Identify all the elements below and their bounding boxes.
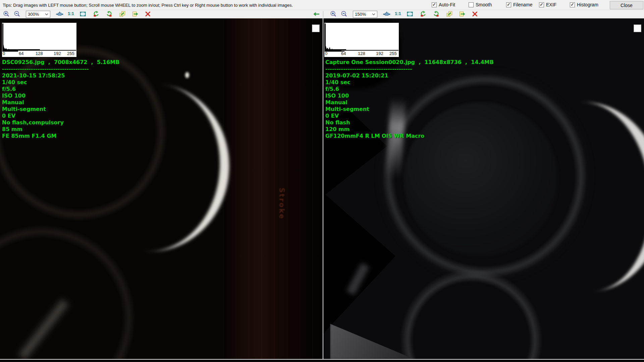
histogram-tick: 255 — [67, 51, 74, 56]
remove-image-button-left[interactable] — [144, 10, 152, 18]
histogram-axis: 0 64 128 192 255 — [2, 52, 76, 57]
zoom-out-icon — [13, 10, 21, 18]
pan-fit-width-icon — [383, 10, 390, 18]
move-image-button-right[interactable] — [458, 10, 467, 18]
checkbox-label: Auto-Fit — [439, 2, 455, 7]
checkbox-box: ✓ — [570, 2, 575, 7]
histogram-tick: 128 — [36, 51, 43, 56]
histogram-left: 0 64 128 192 255 — [2, 22, 77, 57]
checkbox-box: ✓ — [432, 2, 437, 7]
histogram-right: 0 64 128 192 255 — [324, 22, 399, 57]
exif-line: 85 mm — [2, 126, 119, 133]
pan-fit-width-icon — [56, 10, 63, 18]
right-image-pane[interactable]: 0 64 128 192 255 Capture One Session0020… — [323, 18, 644, 359]
previous-image-button[interactable] — [312, 10, 321, 18]
fit-window-button-left[interactable] — [78, 10, 87, 18]
zoom-level-value: 150% — [355, 12, 372, 17]
fit-window-icon — [79, 10, 87, 18]
fit-window-button-right[interactable] — [406, 10, 414, 18]
pan-fit-width-button-right[interactable] — [382, 10, 391, 18]
rotate-right-button-right[interactable] — [432, 10, 440, 18]
photo-book-spine-lines — [223, 18, 323, 359]
checkbox-box: ✓ — [539, 2, 544, 7]
exif-line: f/5.6 — [2, 86, 119, 93]
exif-overlay-right: Capture One Session0020.jpg , 11648x8736… — [325, 59, 494, 139]
histogram-tick: 0 — [3, 51, 5, 56]
remove-image-icon — [471, 10, 479, 18]
photo-spine-text: Stroke — [278, 188, 286, 220]
exif-overlay-left: DSC09256.jpg , 7008x4672 , 5.16MB ------… — [2, 59, 119, 139]
tips-text: Tips: Drag images with LEFT mouse button… — [3, 3, 293, 8]
checkbox-histogram[interactable]: ✓ Histogram — [570, 2, 598, 7]
histogram-tick: 64 — [341, 51, 346, 56]
checkbox-smooth[interactable]: Smooth — [469, 2, 492, 7]
exif-line: 1/40 sec — [325, 79, 494, 86]
checkbox-box — [469, 2, 474, 7]
rotate-right-icon — [105, 10, 113, 18]
close-button[interactable]: Close — [610, 1, 643, 9]
rotate-left-icon — [420, 10, 427, 18]
image-info-header: DSC09256.jpg , 7008x4672 , 5.16MB — [2, 59, 119, 66]
move-image-icon — [131, 10, 139, 18]
check-icon: ✓ — [540, 2, 543, 7]
copy-image-icon — [446, 10, 453, 18]
zoom-out-button-right[interactable] — [340, 10, 348, 18]
left-image-pane[interactable]: Stroke 0 64 128 192 255 DSC09256.jpg , 7… — [0, 18, 323, 359]
toolbar-row: 300% 1:1 — [0, 10, 644, 18]
exif-line: 0 EV — [2, 113, 119, 119]
exif-line: ISO 100 — [2, 93, 119, 99]
actual-size-button-right[interactable]: 1:1 — [395, 11, 401, 16]
checkbox-label: Smooth — [476, 2, 492, 7]
check-icon: ✓ — [507, 2, 511, 7]
copy-image-button-left[interactable] — [118, 10, 127, 18]
zoom-level-select-right[interactable]: 150% — [353, 11, 377, 18]
zoom-out-icon — [340, 10, 348, 18]
exif-line: FE 85mm F1.4 GM — [2, 133, 119, 139]
exif-line: No flash,compulsory — [2, 119, 119, 126]
histogram-axis: 0 64 128 192 255 — [324, 52, 399, 57]
zoom-level-select-left[interactable]: 300% — [26, 11, 50, 18]
rotate-left-button-left[interactable] — [92, 10, 101, 18]
white-sample-square — [312, 24, 320, 32]
rotate-right-icon — [432, 10, 440, 18]
checkbox-auto-fit[interactable]: ✓ Auto-Fit — [432, 2, 455, 7]
pane-divider — [323, 18, 323, 359]
pan-fit-width-button-left[interactable] — [55, 10, 64, 18]
exif-line: ISO 100 — [325, 93, 494, 99]
checkbox-box: ✓ — [506, 2, 511, 7]
exif-line: 0 EV — [325, 113, 494, 119]
remove-image-button-right[interactable] — [471, 10, 479, 18]
rotate-right-button-left[interactable] — [105, 10, 113, 18]
window-bottom-border — [0, 359, 644, 360]
checkbox-exif[interactable]: ✓ EXIF — [539, 2, 556, 7]
rotate-left-button-right[interactable] — [419, 10, 428, 18]
actual-size-button-left[interactable]: 1:1 — [68, 11, 74, 16]
histogram-tick: 64 — [19, 51, 23, 56]
histogram-tick: 192 — [54, 51, 61, 56]
compare-images-window: Tips: Drag images with LEFT mouse button… — [0, 0, 644, 362]
zoom-in-button-left[interactable] — [2, 10, 11, 18]
exif-line: f/5.6 — [325, 86, 494, 93]
tips-bar: Tips: Drag images with LEFT mouse button… — [0, 0, 644, 10]
checkbox-label: EXIF — [546, 2, 556, 7]
histogram-tick: 192 — [376, 51, 383, 56]
checkbox-filename[interactable]: ✓ Filename — [506, 2, 533, 7]
move-image-button-left[interactable] — [131, 10, 140, 18]
copy-image-button-right[interactable] — [445, 10, 454, 18]
left-arrow-icon — [313, 11, 320, 17]
check-icon: ✓ — [432, 2, 436, 7]
exif-line: 2021-10-15 17:58:25 — [2, 72, 119, 79]
exif-line: Multi-segment — [2, 106, 119, 113]
exif-line: Manual — [2, 99, 119, 106]
exif-line: 120 mm — [325, 126, 494, 133]
image-info-header: Capture One Session0020.jpg , 11648x8736… — [325, 59, 494, 66]
separator-line: --------------------------------------- — [325, 66, 494, 72]
toolbar-divider — [323, 11, 323, 17]
histogram-plot — [324, 23, 399, 52]
zoom-in-icon — [330, 10, 337, 18]
zoom-in-button-right[interactable] — [329, 10, 338, 18]
exif-line: 1/40 sec — [2, 79, 119, 86]
separator-line: --------------------------------------- — [2, 66, 119, 72]
zoom-out-button-left[interactable] — [13, 10, 21, 18]
histogram-tick: 128 — [358, 51, 365, 56]
